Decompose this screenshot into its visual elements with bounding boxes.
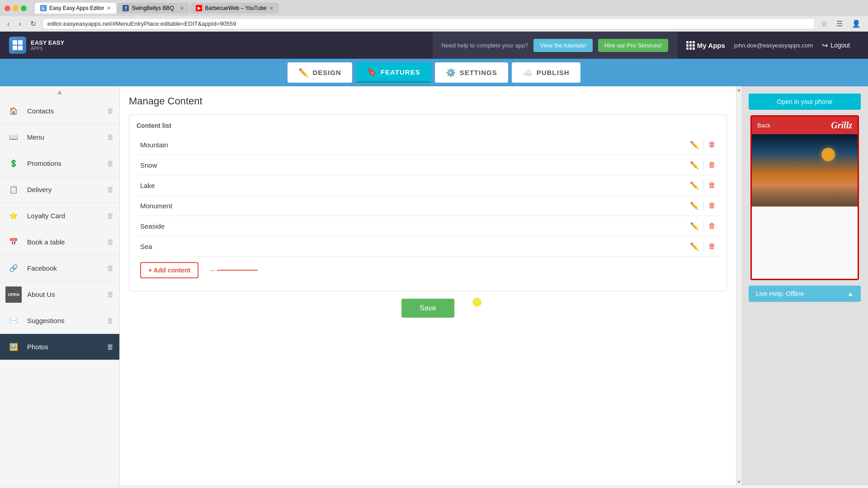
table-row: Mountain ✏️ 🗑 [137,135,719,155]
open-phone-button[interactable]: Open in your phone [749,94,861,110]
sidebar-label-about-us: About Us [27,291,101,298]
live-help-label: Live Help: Offline [756,290,804,297]
delete-menu[interactable]: 🗑 [107,133,114,141]
delete-loyalty[interactable]: 🗑 [107,212,114,220]
edit-mountain[interactable]: ✏️ [690,141,699,149]
publish-label: PUBLISH [537,69,570,76]
sidebar-item-loyalty[interactable]: ⭐ Loyalty Card 🗑 [0,203,119,229]
row-actions-sea: ✏️ 🗑 [690,242,716,251]
logo-line1: EASY EASY [31,39,64,47]
edit-snow[interactable]: ✏️ [690,161,699,169]
delete-seaside[interactable]: 🗑 [708,222,716,230]
sidebar-label-menu: Menu [27,133,101,141]
my-apps-button[interactable]: My Apps [686,41,725,50]
scroll-up[interactable]: ▲ [737,87,741,92]
add-content-row: + Add content ← [137,257,719,284]
sidebar-item-about-us[interactable]: OPEN About Us 🗑 [0,282,119,308]
sidebar-item-suggestions[interactable]: ✉️ Suggestions 🗑 [0,308,119,334]
bookmark-button[interactable]: ☆ [818,19,830,29]
delete-monument[interactable]: 🗑 [708,202,716,210]
menu-button[interactable]: ☰ [834,19,845,29]
content-list-box: Content list Mountain ✏️ 🗑 Snow ✏️ 🗑 [129,114,727,291]
sidebar-item-contacts[interactable]: 🏠 Contacts 🗑 [0,98,119,124]
tab-publish[interactable]: ☁️ PUBLISH [512,62,580,83]
delete-mountain[interactable]: 🗑 [708,141,716,149]
edit-monument[interactable]: ✏️ [690,202,699,210]
sidebar-item-menu[interactable]: 📖 Menu 🗑 [0,124,119,150]
row-actions-seaside: ✏️ 🗑 [690,221,716,230]
tab-3-favicon: ▶ [196,5,202,11]
suggestions-icon: ✉️ [5,313,22,329]
delete-about-us[interactable]: 🗑 [107,291,114,299]
tab-settings[interactable]: ⚙️ SETTINGS [435,62,508,83]
sidebar-label-contacts: Contacts [27,107,101,115]
maximize-dot[interactable] [21,5,27,11]
logo-text: EASY EASY APPS [31,39,64,52]
divider [703,242,704,251]
divider [703,201,704,210]
profile-button[interactable]: 👤 [849,19,863,29]
delete-suggestions[interactable]: 🗑 [107,317,114,325]
add-arrow: ← [210,266,258,274]
tab-features[interactable]: 🔖 FEATURES [356,62,431,83]
delete-lake[interactable]: 🗑 [708,181,716,189]
save-button[interactable]: Save [401,299,454,318]
close-dot[interactable] [5,5,10,11]
table-row: Monument ✏️ 🗑 [137,196,719,216]
add-content-button[interactable]: + Add content [140,262,198,278]
logo-area: EASY EASY APPS [9,37,64,54]
sidebar-scroll-up[interactable]: ▲ [0,86,119,98]
divider [703,181,704,190]
sidebar-item-delivery[interactable]: 📋 Delivery 🗑 [0,177,119,203]
tab-1-close[interactable]: ✕ [107,5,111,11]
tab-2-label: SwingBellys BBQ [132,5,174,11]
delete-snow[interactable]: 🗑 [708,161,716,169]
delete-promotions[interactable]: 🗑 [107,160,114,168]
delete-photos[interactable]: 🗑 [107,343,114,351]
contacts-icon: 🏠 [5,103,22,119]
divider [703,160,704,169]
sidebar-item-promotions[interactable]: 💲 Promotions 🗑 [0,150,119,177]
tab-1[interactable]: E Easy Easy Apps Editor ✕ [35,3,116,14]
sidebar-label-promotions: Promotions [27,160,101,167]
minimize-dot[interactable] [13,5,19,11]
scroll-down[interactable]: ▼ [737,479,741,484]
edit-sea[interactable]: ✏️ [690,242,699,251]
forward-button[interactable]: › [16,19,24,29]
address-bar[interactable] [42,18,815,29]
browser-tabs: E Easy Easy Apps Editor ✕ f SwingBellys … [35,3,863,14]
tab-2-close[interactable]: ✕ [180,5,184,11]
tab-design[interactable]: ✏️ DESIGN [288,62,352,83]
tutorial-button[interactable]: View the tutorials! [533,39,592,52]
edit-seaside[interactable]: ✏️ [690,222,699,230]
preview-pane: Open in your phone Back Grillz Live Help… [741,86,868,485]
tab-3-close[interactable]: ✕ [269,5,274,11]
delete-delivery[interactable]: 🗑 [107,186,114,194]
main-content-wrapper: Manage Content Content list Mountain ✏️ … [120,86,868,485]
row-actions-lake: ✏️ 🗑 [690,181,716,190]
tab-3[interactable]: ▶ BarbecueWeb – YouTube ✕ [190,3,278,14]
menu-icon: 📖 [5,129,22,145]
row-actions-mountain: ✏️ 🗑 [690,140,716,149]
tab-2[interactable]: f SwingBellys BBQ ✕ [117,3,189,14]
phone-back-button[interactable]: Back [757,122,770,129]
delete-sea[interactable]: 🗑 [708,242,716,250]
table-row: Seaside ✏️ 🗑 [137,216,719,236]
sidebar-item-photos[interactable]: 🖼️ Photos 🗑 [0,334,119,360]
save-row: Save [129,291,727,325]
photos-icon: 🖼️ [5,339,22,355]
delete-contacts[interactable]: 🗑 [107,107,114,115]
delete-facebook[interactable]: 🗑 [107,264,114,272]
live-help-bar[interactable]: Live Help: Offline ▲ [749,286,861,302]
sidebar-item-book-table[interactable]: 📅 Book a table 🗑 [0,229,119,255]
row-label-monument: Monument [140,202,690,210]
sidebar-item-facebook[interactable]: 🔗 Facebook 🗑 [0,255,119,282]
logout-button[interactable]: ↪ Logout [822,41,850,50]
refresh-button[interactable]: ↻ [28,19,39,29]
pro-services-button[interactable]: Hire our Pro Services! [598,39,668,52]
delete-book-table[interactable]: 🗑 [107,238,114,246]
edit-lake[interactable]: ✏️ [690,181,699,190]
back-button[interactable]: ‹ [5,19,12,29]
tab-3-label: BarbecueWeb – YouTube [205,5,266,11]
settings-icon: ⚙️ [446,68,456,78]
